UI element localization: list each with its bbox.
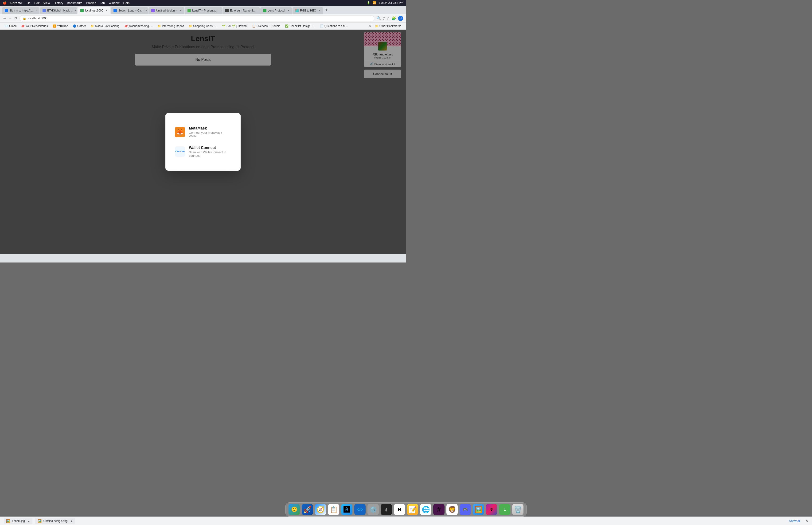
chrome-window: Sign in to https://... ✕ ETHGlobal | Hac… [0, 6, 406, 262]
tab-ethglobal-favicon [43, 9, 46, 12]
tab-search[interactable]: Search Logo – Ca... ✕ [111, 7, 148, 14]
zoom-icon[interactable]: 🔍 [377, 16, 381, 20]
page-content: LensIT Make Private Publications on Lens… [0, 30, 406, 254]
wifi-icon: 📶 [373, 1, 376, 4]
menu-bookmarks[interactable]: Bookmarks [67, 1, 82, 5]
bookmarks-more-button[interactable]: » [369, 24, 371, 28]
menu-items: Chrome File Edit View History Bookmarks … [10, 1, 129, 5]
tab-gmail[interactable]: Sign in to https://... ✕ [2, 7, 40, 14]
tab-gmail-close[interactable]: ✕ [35, 9, 37, 12]
bookmark-macro-label: Macro Slot Booking [95, 25, 119, 28]
tab-ethglobal[interactable]: ETHGlobal | Hack... ✕ [40, 7, 77, 14]
bookmark-other[interactable]: 📁 Other Bookmarks [373, 24, 403, 28]
tab-localhost-label: localhost:3000 [85, 9, 103, 12]
tab-lensit-close[interactable]: ✕ [220, 9, 222, 12]
bookmark-repos-label: Your Repositories [26, 25, 48, 28]
tab-rgb[interactable]: RGB to HEX ✕ [292, 7, 323, 14]
tab-ethereum[interactable]: Ethereum Name S... ✕ [223, 7, 260, 14]
tab-search-close[interactable]: ✕ [146, 9, 148, 12]
bookmark-gmail-label: Gmail [9, 25, 16, 28]
tab-rgb-label: RGB to HEX [300, 9, 316, 12]
tab-ethereum-close[interactable]: ✕ [258, 9, 260, 12]
bookmark-youtube[interactable]: ▶️ YouTube [51, 24, 70, 28]
bookmark-gmail[interactable]: ✉️ Gmail [3, 24, 18, 28]
menu-window[interactable]: Window [109, 1, 119, 5]
youtube-icon: ▶️ [52, 25, 56, 28]
menu-right-icons: 🔋 📶 Sun 24 Jul 9:54 PM [367, 1, 403, 4]
walletconnect-option[interactable]: 〜〜 Wallet Connect Scan with WalletConnec… [175, 142, 231, 161]
menu-chrome[interactable]: Chrome [10, 1, 22, 5]
bookmark-questions[interactable]: 📄 Questions to ask... [318, 24, 350, 28]
gmail-icon: ✉️ [5, 25, 8, 28]
bookmark-repos[interactable]: 🐙 Your Repositories [19, 24, 49, 28]
tab-localhost-close[interactable]: ✕ [106, 9, 108, 12]
menu-profiles[interactable]: Profiles [86, 1, 96, 5]
bookmark-jwasham[interactable]: 🐙 jwasham/coding-i... [122, 24, 155, 28]
address-bar: ← → ↻ 🔒 localhost:3000 🔍 ⤴ ☆ 🧩 H [0, 14, 406, 22]
battery-icon: 🔋 [367, 1, 370, 4]
walletconnect-description: Scan with WalletConnect to connect [189, 150, 231, 158]
url-bar[interactable]: 🔒 localhost:3000 [19, 15, 374, 21]
metamask-icon: 🦊 [175, 127, 185, 137]
tab-bar: Sign in to https://... ✕ ETHGlobal | Hac… [0, 6, 406, 14]
menu-help[interactable]: Help [123, 1, 130, 5]
reload-button[interactable]: ↻ [14, 16, 17, 20]
bookmark-overview-label: Overview – Double [257, 25, 280, 28]
url-text: localhost:3000 [28, 16, 47, 20]
tab-lensit[interactable]: LensIT – Presenta... ✕ [185, 7, 222, 14]
walletconnect-icon: 〜〜 [175, 146, 185, 157]
apple-logo[interactable]: 🍎 [3, 1, 6, 5]
questions-icon: 📄 [320, 25, 323, 28]
tab-ethglobal-close[interactable]: ✕ [75, 9, 77, 12]
wc-waves-icon: 〜〜 [175, 148, 185, 155]
new-tab-button[interactable]: + [323, 7, 330, 13]
tab-ethglobal-label: ETHGlobal | Hack... [47, 9, 72, 12]
tab-lens-label: Lens Protocol [268, 9, 285, 12]
bookmark-interesting[interactable]: 📁 Interesting Repos [155, 24, 186, 28]
bookmark-questions-label: Questions to ask... [324, 25, 348, 28]
metamask-option[interactable]: 🦊 MetaMask Connect your MetaMask Wallet [175, 122, 231, 142]
tab-lens-close[interactable]: ✕ [287, 9, 289, 12]
menu-tab[interactable]: Tab [100, 1, 105, 5]
repos-icon: 🐙 [21, 25, 25, 28]
wallet-modal-overlay[interactable]: 🦊 MetaMask Connect your MetaMask Wallet … [0, 30, 406, 254]
menu-bar: 🍎 Chrome File Edit View History Bookmark… [0, 0, 406, 6]
wallet-modal: 🦊 MetaMask Connect your MetaMask Wallet … [165, 113, 241, 170]
bookmark-checklist[interactable]: ✅ Checklist Design –... [283, 24, 317, 28]
tab-lens[interactable]: Lens Protocol ✕ [260, 7, 292, 14]
tab-gmail-label: Sign in to https://... [10, 9, 33, 12]
tab-untitled-close[interactable]: ✕ [180, 9, 182, 12]
menu-view[interactable]: View [43, 1, 50, 5]
checklist-icon: ✅ [285, 25, 289, 28]
bookmark-star-icon[interactable]: ☆ [387, 16, 390, 20]
bookmark-macro[interactable]: 📁 Macro Slot Booking [89, 24, 121, 28]
gather-icon: 🔵 [73, 25, 76, 28]
share-icon[interactable]: ⤴ [383, 16, 385, 20]
bookmark-checklist-label: Checklist Design –... [289, 25, 315, 28]
back-button[interactable]: ← [3, 16, 6, 20]
menu-edit[interactable]: Edit [34, 1, 40, 5]
profile-avatar-icon[interactable]: H [398, 16, 403, 21]
jwasham-icon: 🐙 [124, 25, 128, 28]
tab-localhost[interactable]: localhost:3000 ✕ [78, 7, 110, 14]
extensions-icon[interactable]: 🧩 [392, 16, 396, 20]
menu-history[interactable]: History [53, 1, 63, 5]
tab-rgb-favicon [295, 9, 298, 12]
tab-untitled[interactable]: Untitled design – ✕ [149, 7, 184, 14]
tab-untitled-label: Untitled design – [156, 9, 177, 12]
bookmark-shopping-label: Shopping Carts –... [193, 25, 217, 28]
forward-button[interactable]: → [9, 16, 12, 20]
menu-file[interactable]: File [26, 1, 31, 5]
bookmark-interesting-label: Interesting Repos [162, 25, 184, 28]
bookmark-shopping[interactable]: 📁 Shopping Carts –... [187, 24, 219, 28]
tab-search-label: Search Logo – Ca... [118, 9, 143, 12]
tab-lensit-favicon [187, 9, 191, 12]
bookmark-soil[interactable]: 🌱 Soil 🌱 | Dework [220, 24, 249, 28]
tab-ethereum-favicon [225, 9, 229, 12]
interesting-icon: 📁 [157, 25, 161, 28]
tab-rgb-close[interactable]: ✕ [318, 9, 321, 12]
bookmark-gather[interactable]: 🔵 Gather [71, 24, 88, 28]
address-right-icons: 🔍 ⤴ ☆ 🧩 H [377, 16, 403, 21]
soil-icon: 🌱 [222, 25, 226, 28]
bookmark-overview[interactable]: 📋 Overview – Double [250, 24, 282, 28]
